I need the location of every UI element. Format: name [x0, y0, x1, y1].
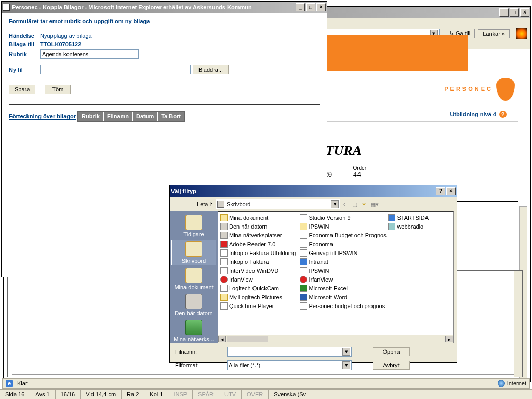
links-button[interactable]: Länkar »: [478, 29, 510, 38]
word-status-bar: Sida 16 Avs 1 16/16 Vid 14,4 cm Ra 2 Kol…: [0, 389, 532, 399]
file-item[interactable]: Microsoft Excel: [300, 284, 384, 292]
clear-button[interactable]: Töm: [45, 85, 71, 94]
minimize-button[interactable]: _: [499, 8, 509, 17]
places-mydocs[interactable]: Mina dokument: [171, 267, 216, 291]
file-icon: [300, 294, 307, 301]
places-mycomputer[interactable]: Den här datorn: [171, 292, 216, 317]
file-item[interactable]: webbradio: [388, 222, 451, 231]
bilaga-value: TTOLK0705122: [40, 41, 81, 47]
browse-button[interactable]: Bläddra...: [193, 65, 229, 74]
ie-status-bar: e Klar Internet: [2, 378, 530, 389]
file-icon: [220, 232, 228, 239]
filetype-combo[interactable]: Alla filer (*.*)▾: [227, 360, 352, 370]
ie-icon: [3, 4, 10, 11]
nyfil-input[interactable]: [40, 65, 191, 74]
chevron-down-icon[interactable]: ▾: [331, 200, 339, 208]
file-item[interactable]: Mina nätverksplatser: [220, 231, 296, 240]
desktop-icon: [217, 201, 224, 208]
computer-icon: [185, 294, 202, 309]
places-history[interactable]: Tidigare: [171, 214, 216, 238]
file-icon: [220, 285, 228, 292]
close-button[interactable]: ×: [316, 3, 326, 11]
file-icon: [220, 214, 228, 221]
maximize-button[interactable]: □: [510, 8, 519, 17]
window-title: Personec - Koppla Bilagor - Microsoft In…: [12, 4, 296, 10]
front-titlebar[interactable]: Personec - Koppla Bilagor - Microsoft In…: [2, 2, 327, 13]
file-icon: [388, 214, 395, 221]
folder-icon: [185, 268, 202, 283]
places-network[interactable]: Mina nätverks...: [171, 318, 216, 343]
file-item[interactable]: Adobe Reader 7.0: [220, 240, 296, 248]
rubrik-input[interactable]: [40, 49, 139, 59]
file-item[interactable]: Economa Budget och Prognos: [300, 231, 384, 240]
ie-icon: e: [6, 380, 13, 387]
file-item[interactable]: Logitech QuickCam: [220, 284, 296, 292]
save-button[interactable]: Spara: [9, 85, 35, 94]
shield-icon: [496, 78, 515, 101]
places-bar: Tidigare Skrivbord Mina dokument Den här…: [170, 211, 218, 343]
file-icon: [220, 249, 228, 257]
file-item[interactable]: QuickTime Player: [220, 301, 296, 310]
file-item[interactable]: Inköp o Faktura: [220, 257, 296, 266]
file-item[interactable]: Microsoft Word: [300, 292, 384, 301]
status-text: Klar: [17, 380, 28, 387]
file-icon: [300, 258, 307, 265]
file-icon: [300, 214, 307, 221]
network-icon: [185, 320, 202, 335]
doc-vscroll[interactable]: [514, 271, 522, 377]
maximize-button[interactable]: □: [306, 3, 315, 11]
file-item[interactable]: Mina dokument: [220, 213, 296, 222]
file-item[interactable]: Intranät: [300, 257, 384, 266]
dialog-titlebar[interactable]: Välj filtyp ? ×: [170, 185, 457, 197]
globe-icon: [498, 380, 505, 387]
file-icon: [300, 232, 307, 239]
filename-label: Filnamn:: [175, 349, 217, 355]
back-icon[interactable]: ⇦: [343, 201, 348, 208]
section-label: Utbildning nivå 4?: [450, 111, 507, 118]
look-in-combo[interactable]: Skrivbord ▾: [216, 199, 340, 209]
close-button[interactable]: ×: [520, 8, 529, 17]
file-icon: [388, 223, 395, 230]
form-header: Formuläret tar emot rubrik och uppgift o…: [9, 18, 320, 24]
handelse-value: Nyupplägg av bilaga: [40, 33, 92, 39]
close-button[interactable]: ×: [446, 187, 456, 195]
file-item[interactable]: STARTSIDA: [388, 213, 451, 222]
zone-text: Internet: [507, 380, 526, 387]
file-item[interactable]: Personec budget och prognos: [300, 301, 384, 310]
file-item[interactable]: InterVideo WinDVD: [220, 266, 296, 275]
filetype-label: Filformat:: [175, 362, 217, 368]
file-icon: [220, 276, 228, 283]
file-item[interactable]: Den här datorn: [220, 222, 296, 231]
cancel-button[interactable]: Avbryt: [373, 361, 410, 370]
help-icon[interactable]: ?: [499, 111, 507, 118]
up-icon[interactable]: ▢: [352, 201, 357, 208]
file-item[interactable]: Genväg till IPSWIN: [300, 248, 384, 257]
file-list[interactable]: Mina dokumentDen här datornMina nätverks…: [218, 211, 454, 343]
desktop-icon: [185, 241, 202, 257]
history-icon: [185, 215, 202, 230]
filename-input[interactable]: ▾: [227, 347, 352, 357]
file-item[interactable]: My Logitech Pictures: [220, 292, 296, 301]
look-in-label: Leta i:: [174, 201, 212, 207]
help-button[interactable]: ?: [436, 187, 445, 195]
file-item[interactable]: IrfanView: [220, 275, 296, 284]
file-item[interactable]: Studio Version 9: [300, 213, 384, 222]
hscrollbar[interactable]: ◂▸: [218, 335, 453, 343]
attachments-header: Förteckning över bilagor: [9, 113, 76, 120]
file-item[interactable]: IPSWIN: [300, 222, 384, 231]
view-menu-icon[interactable]: ▦▾: [370, 201, 379, 208]
file-icon: [300, 223, 307, 230]
minimize-button[interactable]: _: [296, 3, 305, 11]
file-open-dialog: Välj filtyp ? × Leta i: Skrivbord ▾ ⇦ ▢ …: [169, 185, 457, 363]
file-icon: [300, 285, 307, 292]
file-icon: [220, 267, 228, 274]
file-item[interactable]: IrfanView: [300, 275, 384, 284]
places-desktop[interactable]: Skrivbord: [171, 240, 216, 265]
file-item[interactable]: Inköp o Faktura Utbildning: [220, 248, 296, 257]
new-folder-icon[interactable]: ✶: [362, 201, 366, 208]
file-icon: [300, 276, 307, 283]
open-button[interactable]: Öppna: [373, 347, 410, 356]
file-item[interactable]: IPSWIN: [300, 266, 384, 275]
file-icon: [220, 294, 228, 301]
file-item[interactable]: Economa: [300, 240, 384, 248]
